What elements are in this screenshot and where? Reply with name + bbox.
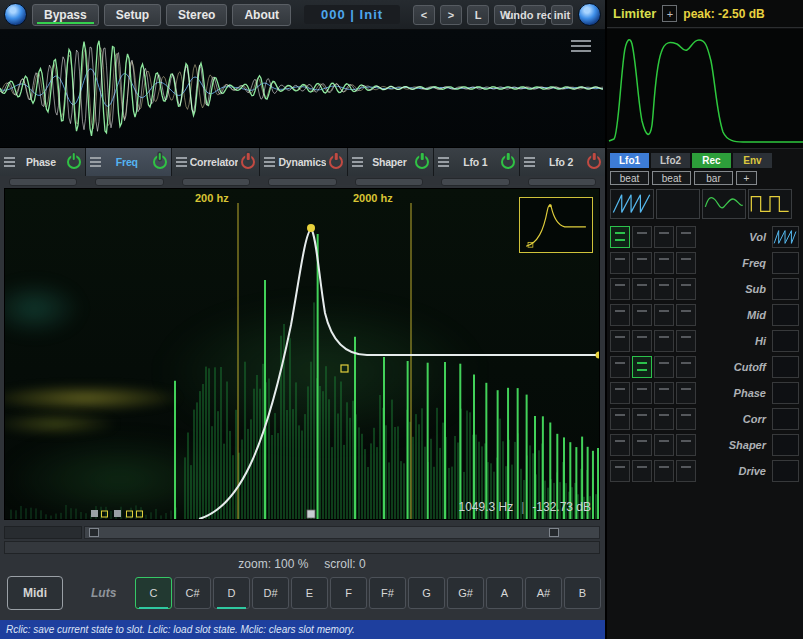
module-mix-slider[interactable] bbox=[9, 178, 77, 186]
menu-icon[interactable] bbox=[264, 157, 275, 167]
lfo1-shape-thumb[interactable] bbox=[610, 189, 654, 219]
mod-slot[interactable] bbox=[654, 382, 674, 404]
tab-lfo2-source[interactable]: Lfo2 bbox=[651, 153, 690, 168]
mod-target-display[interactable] bbox=[772, 382, 799, 404]
menu-icon[interactable] bbox=[90, 157, 101, 167]
mod-slot[interactable] bbox=[632, 460, 652, 482]
power-icon[interactable] bbox=[241, 155, 255, 169]
mod-slot[interactable] bbox=[676, 304, 696, 326]
mod-slot[interactable] bbox=[654, 434, 674, 456]
tab-phase[interactable]: Phase bbox=[0, 148, 85, 176]
bottom-handle[interactable] bbox=[102, 511, 108, 517]
preset-display[interactable]: 000 | Init bbox=[304, 5, 400, 24]
mod-slot[interactable] bbox=[610, 434, 630, 456]
mod-slot[interactable] bbox=[632, 252, 652, 274]
mod-slot[interactable] bbox=[632, 304, 652, 326]
mod-slot[interactable] bbox=[654, 330, 674, 352]
mod-slot[interactable] bbox=[610, 460, 630, 482]
mod-slot[interactable] bbox=[676, 356, 696, 378]
mod-slot[interactable] bbox=[676, 330, 696, 352]
power-icon[interactable] bbox=[67, 155, 81, 169]
mod-slot[interactable] bbox=[676, 382, 696, 404]
scroll-slider[interactable] bbox=[4, 541, 600, 554]
add-source-button[interactable]: + bbox=[736, 171, 757, 185]
power-icon[interactable] bbox=[329, 155, 343, 169]
mod-slot[interactable] bbox=[610, 252, 630, 274]
mod-slot[interactable] bbox=[654, 356, 674, 378]
mod-target-display[interactable] bbox=[772, 356, 799, 378]
filter-end-handle[interactable] bbox=[596, 352, 601, 359]
menu-icon[interactable] bbox=[438, 157, 449, 167]
note-key-e[interactable]: E bbox=[291, 577, 328, 609]
bypass-button[interactable]: Bypass bbox=[32, 4, 99, 26]
note-key-f-sharp[interactable]: F# bbox=[369, 577, 406, 609]
zoom-handle-right[interactable] bbox=[549, 528, 559, 537]
mod-slot[interactable] bbox=[632, 408, 652, 430]
logo-knob-right[interactable] bbox=[578, 3, 601, 26]
note-key-c[interactable]: C bbox=[135, 577, 172, 609]
mod-slot[interactable] bbox=[632, 226, 652, 248]
note-key-g-sharp[interactable]: G# bbox=[447, 577, 484, 609]
bottom-handle[interactable] bbox=[114, 510, 121, 517]
bottom-handle[interactable] bbox=[127, 511, 133, 517]
mod-slot[interactable] bbox=[610, 382, 630, 404]
mod-target-display[interactable] bbox=[772, 304, 799, 326]
undo-redo-button[interactable]: undo redo bbox=[521, 5, 546, 25]
note-key-g[interactable]: G bbox=[408, 577, 445, 609]
mod-target-display[interactable] bbox=[772, 226, 799, 248]
module-mix-slider[interactable] bbox=[528, 178, 596, 186]
sync-mode-button[interactable]: beat bbox=[610, 171, 649, 185]
note-key-a-sharp[interactable]: A# bbox=[525, 577, 562, 609]
about-button[interactable]: About bbox=[232, 4, 291, 26]
mod-slot[interactable] bbox=[654, 278, 674, 300]
mod-slot[interactable] bbox=[610, 226, 630, 248]
mod-target-display[interactable] bbox=[772, 434, 799, 456]
mod-slot[interactable] bbox=[632, 278, 652, 300]
mod-slot[interactable] bbox=[610, 356, 630, 378]
power-icon[interactable] bbox=[587, 155, 601, 169]
module-mix-slider[interactable] bbox=[182, 178, 250, 186]
sync-mode-button[interactable]: beat bbox=[652, 171, 691, 185]
tab-lfo2[interactable]: Lfo 2 bbox=[520, 148, 605, 176]
mod-slot[interactable] bbox=[610, 330, 630, 352]
tab-lfo1[interactable]: Lfo 1 bbox=[434, 148, 519, 176]
limiter-title[interactable]: Limiter bbox=[613, 6, 656, 21]
tab-rec-source[interactable]: Rec bbox=[692, 153, 731, 168]
note-key-c-sharp[interactable]: C# bbox=[174, 577, 211, 609]
module-mix-slider[interactable] bbox=[95, 178, 163, 186]
note-key-d-sharp[interactable]: D# bbox=[252, 577, 289, 609]
fundamental-handle[interactable] bbox=[307, 510, 315, 518]
menu-icon[interactable] bbox=[176, 157, 187, 167]
mod-slot[interactable] bbox=[610, 278, 630, 300]
rec-shape-thumb[interactable] bbox=[702, 189, 746, 219]
mod-slot[interactable] bbox=[676, 460, 696, 482]
module-mix-slider[interactable] bbox=[441, 178, 509, 186]
note-key-b[interactable]: B bbox=[564, 577, 601, 609]
mod-target-display[interactable] bbox=[772, 330, 799, 352]
mod-target-display[interactable] bbox=[772, 460, 799, 482]
mod-slot[interactable] bbox=[610, 304, 630, 326]
mod-slot[interactable] bbox=[610, 408, 630, 430]
menu-icon[interactable] bbox=[4, 157, 15, 167]
mod-slot[interactable] bbox=[654, 460, 674, 482]
env-shape-thumb[interactable] bbox=[748, 189, 792, 219]
logo-knob-left[interactable] bbox=[4, 3, 27, 26]
mod-slot[interactable] bbox=[676, 226, 696, 248]
tab-freq[interactable]: Freq bbox=[86, 148, 171, 176]
mod-slot[interactable] bbox=[676, 408, 696, 430]
mod-target-display[interactable] bbox=[772, 408, 799, 430]
bottom-handle[interactable] bbox=[91, 510, 98, 517]
next-preset-button[interactable]: > bbox=[440, 5, 462, 25]
oscilloscope-menu-icon[interactable] bbox=[571, 40, 591, 53]
module-mix-slider[interactable] bbox=[268, 178, 336, 186]
bottom-handle[interactable] bbox=[137, 511, 143, 517]
mod-slot[interactable] bbox=[654, 304, 674, 326]
zoom-range-slider[interactable] bbox=[84, 526, 600, 539]
filter-peak-handle[interactable] bbox=[307, 224, 315, 232]
menu-icon[interactable] bbox=[352, 157, 363, 167]
mod-slot[interactable] bbox=[676, 434, 696, 456]
mod-slot[interactable] bbox=[654, 408, 674, 430]
power-icon[interactable] bbox=[415, 155, 429, 169]
tab-dynamics[interactable]: Dynamics bbox=[260, 148, 347, 176]
tab-shaper[interactable]: Shaper bbox=[348, 148, 433, 176]
